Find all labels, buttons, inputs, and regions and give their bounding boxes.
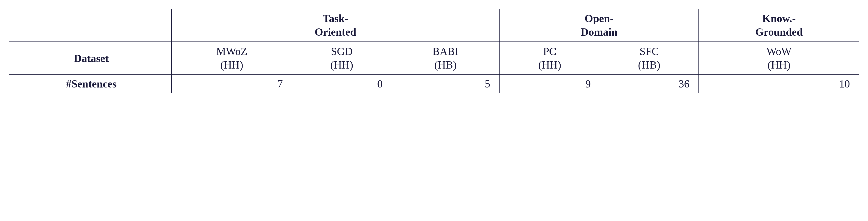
col-name: SGD bbox=[331, 45, 352, 57]
col-annot: (HH) bbox=[768, 59, 790, 71]
cell-wow: 10 bbox=[699, 75, 859, 93]
col-header-pc: PC (HH) bbox=[499, 42, 600, 75]
col-annot: (HB) bbox=[434, 59, 457, 71]
col-header-babi: BABI (HB) bbox=[392, 42, 500, 75]
data-row-sentences: #Sentences 7 0 5 9 36 10 bbox=[9, 75, 859, 93]
group-header-know-grounded: Know.- Grounded bbox=[699, 9, 859, 42]
cell-mwoz: 7 bbox=[172, 75, 292, 93]
cell-pc: 9 bbox=[499, 75, 600, 93]
header-corner-empty bbox=[9, 9, 172, 42]
dataset-header-row: Dataset MWoZ (HH) SGD (HH) BABI (HB) PC … bbox=[9, 42, 859, 75]
group-header-task-oriented: Task- Oriented bbox=[172, 9, 500, 42]
group-header-line2: Oriented bbox=[315, 26, 356, 38]
col-annot: (HH) bbox=[220, 59, 243, 71]
data-table: Task- Oriented Open- Domain Know.- Groun… bbox=[9, 9, 859, 93]
col-annot: (HB) bbox=[638, 59, 660, 71]
row-label-sentences: #Sentences bbox=[9, 75, 172, 93]
col-annot: (HH) bbox=[330, 59, 353, 71]
group-header-row: Task- Oriented Open- Domain Know.- Groun… bbox=[9, 9, 859, 42]
col-annot: (HH) bbox=[538, 59, 561, 71]
group-header-line1: Open- bbox=[585, 12, 614, 24]
row-label-dataset: Dataset bbox=[9, 42, 172, 75]
group-header-line1: Task- bbox=[323, 12, 348, 24]
cell-sgd: 0 bbox=[292, 75, 392, 93]
col-header-sfc: SFC (HB) bbox=[600, 42, 699, 75]
col-name: WoW bbox=[767, 45, 792, 57]
col-name: BABI bbox=[432, 45, 458, 57]
cell-sfc: 36 bbox=[600, 75, 699, 93]
col-name: PC bbox=[543, 45, 557, 57]
group-header-line1: Know.- bbox=[762, 12, 796, 24]
col-header-wow: WoW (HH) bbox=[699, 42, 859, 75]
col-name: MWoZ bbox=[216, 45, 247, 57]
group-header-line2: Grounded bbox=[755, 26, 803, 38]
col-name: SFC bbox=[640, 45, 659, 57]
col-header-sgd: SGD (HH) bbox=[292, 42, 392, 75]
group-header-line2: Domain bbox=[581, 26, 618, 38]
col-header-mwoz: MWoZ (HH) bbox=[172, 42, 292, 75]
group-header-open-domain: Open- Domain bbox=[499, 9, 699, 42]
cell-babi: 5 bbox=[392, 75, 500, 93]
